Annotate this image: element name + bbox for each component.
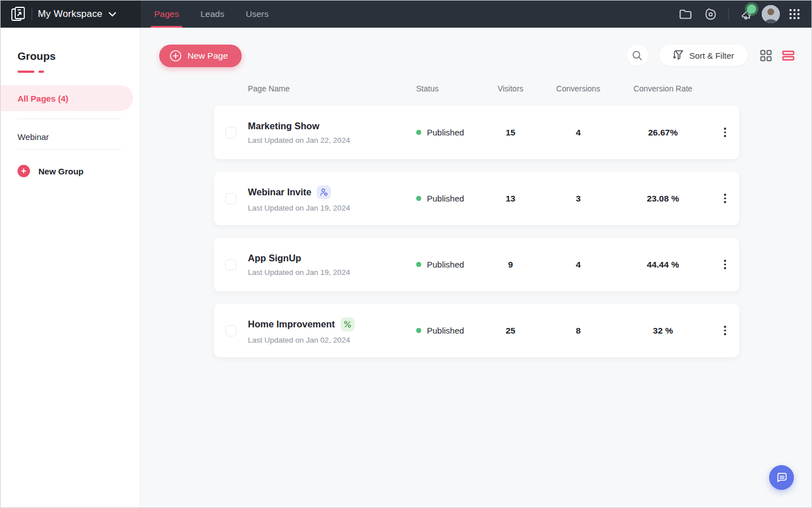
row-checkbox[interactable]: [225, 193, 237, 204]
status-cell: Published: [400, 194, 479, 203]
row-checkbox[interactable]: [225, 325, 237, 336]
conversion-rate-value: 44.44 %: [615, 260, 711, 270]
topbar-right: Pages Leads Users: [141, 1, 811, 28]
last-updated: Last Updated on Jan 22, 2024: [248, 136, 400, 144]
row-checkbox[interactable]: [225, 259, 237, 270]
chevron-down-icon: [108, 12, 116, 17]
filter-funnel-icon: [673, 50, 683, 61]
header-conversions: Conversions: [542, 84, 615, 93]
percent-badge-icon: [340, 317, 355, 331]
list-view-icon: [782, 50, 794, 61]
tab-users[interactable]: Users: [246, 1, 268, 28]
sidebar-item-webinar[interactable]: Webinar: [1, 132, 140, 142]
page-title: Marketing Show: [248, 121, 320, 132]
list-controls: Sort & Filter: [627, 45, 794, 66]
tab-leads[interactable]: Leads: [200, 1, 224, 28]
sidebar-divider: [18, 149, 121, 150]
topbar-left: My Workspace: [1, 1, 141, 28]
tab-pages[interactable]: Pages: [154, 1, 179, 28]
main-tabs: Pages Leads Users: [154, 1, 269, 28]
conversion-rate-value: 26.67%: [615, 128, 711, 138]
sort-filter-button[interactable]: Sort & Filter: [660, 45, 748, 66]
new-page-label: New Page: [187, 51, 228, 61]
table-header: Page Name Status Visitors Conversions Co…: [214, 84, 739, 93]
sidebar-item-all-pages[interactable]: All Pages (4): [1, 85, 133, 111]
page-title: App SignUp: [248, 253, 301, 264]
pages-list: Marketing Show Last Updated on Jan 22, 2…: [214, 106, 739, 357]
apps-grid-icon[interactable]: [784, 4, 805, 24]
chat-bubble-icon: [775, 471, 788, 484]
last-updated: Last Updated on Jan 19, 2024: [248, 204, 400, 212]
view-toggle: [760, 50, 794, 62]
sidebar-item-label: All Pages (4): [18, 94, 68, 103]
header-status: Status: [400, 84, 479, 93]
sort-filter-label: Sort & Filter: [689, 51, 734, 60]
conversion-rate-value: 23.08 %: [615, 194, 711, 204]
search-button[interactable]: [627, 45, 648, 66]
groups-title: Groups: [18, 50, 140, 63]
list-view-button[interactable]: [782, 50, 794, 61]
status-dot-icon: [416, 328, 421, 333]
page-name-cell: Marketing Show Last Updated on Jan 22, 2…: [248, 121, 400, 144]
conversions-value: 3: [542, 194, 615, 204]
conversions-value: 4: [542, 260, 615, 270]
user-settings-badge-icon: [317, 185, 331, 199]
status-cell: Published: [400, 128, 479, 137]
page-row: Marketing Show Last Updated on Jan 22, 2…: [214, 106, 739, 159]
visitors-value: 15: [479, 128, 542, 138]
last-updated: Last Updated on Jan 02, 2024: [248, 336, 400, 344]
row-menu-kebab-icon[interactable]: [721, 124, 730, 141]
new-group-button[interactable]: + New Group: [18, 165, 140, 177]
workspace-name: My Workspace: [38, 8, 103, 20]
row-menu-kebab-icon[interactable]: [721, 256, 730, 273]
sidebar-divider: [18, 119, 121, 119]
status-dot-icon: [416, 262, 421, 267]
header-conversion-rate: Conversion Rate: [615, 84, 711, 93]
status-cell: Published: [400, 260, 479, 269]
groups-title-underline: [18, 71, 140, 73]
status-badge: Published: [427, 326, 464, 335]
status-cell: Published: [400, 326, 479, 335]
topbar-icons-divider: [728, 8, 729, 20]
announcement-megaphone-icon[interactable]: [737, 4, 757, 24]
search-icon: [632, 50, 643, 61]
plus-icon: +: [18, 165, 30, 177]
topbar-divider: [32, 8, 32, 20]
header-visitors: Visitors: [479, 84, 542, 93]
visitors-value: 9: [479, 260, 542, 270]
page-title: Webinar Invite: [248, 187, 311, 198]
settings-gear-icon[interactable]: [700, 4, 721, 24]
sidebar: Groups All Pages (4) Webinar + New Group: [1, 28, 141, 508]
page-row: App SignUp Last Updated on Jan 19, 2024 …: [214, 238, 739, 291]
status-dot-icon: [416, 196, 421, 201]
user-avatar[interactable]: [762, 5, 780, 23]
chat-widget-button[interactable]: [769, 465, 794, 490]
row-checkbox[interactable]: [225, 127, 237, 138]
workspace-switcher[interactable]: My Workspace: [38, 8, 116, 20]
conversion-rate-value: 32 %: [615, 326, 711, 336]
page-name-cell: Webinar Invite Last Updated on Jan 19, 2…: [248, 185, 400, 212]
grid-view-icon: [760, 50, 772, 62]
conversions-value: 4: [542, 128, 615, 138]
page-name-cell: App SignUp Last Updated on Jan 19, 2024: [248, 253, 400, 277]
status-badge: Published: [427, 260, 464, 269]
page-row: Home Improvement Last Updated on Jan 02,…: [214, 304, 739, 357]
app-logo-icon[interactable]: [8, 4, 28, 24]
page-name-cell: Home Improvement Last Updated on Jan 02,…: [248, 317, 400, 344]
app-screen: My Workspace Pages Leads Users: [0, 0, 812, 508]
row-menu-kebab-icon[interactable]: [721, 322, 730, 339]
visitors-value: 25: [479, 326, 542, 336]
page-title: Home Improvement: [248, 319, 335, 330]
status-badge: Published: [427, 128, 464, 137]
plus-circle-icon: [169, 50, 182, 62]
folder-icon[interactable]: [675, 4, 696, 24]
conversions-value: 8: [542, 326, 615, 336]
status-dot-icon: [416, 130, 421, 135]
grid-view-button[interactable]: [760, 50, 772, 62]
header-page-name: Page Name: [248, 84, 400, 93]
notification-badge: [747, 5, 756, 14]
row-menu-kebab-icon[interactable]: [721, 190, 730, 207]
new-group-label: New Group: [38, 167, 84, 176]
main-content: New Page Sort & Filter: [141, 28, 811, 507]
new-page-button[interactable]: New Page: [159, 45, 242, 67]
